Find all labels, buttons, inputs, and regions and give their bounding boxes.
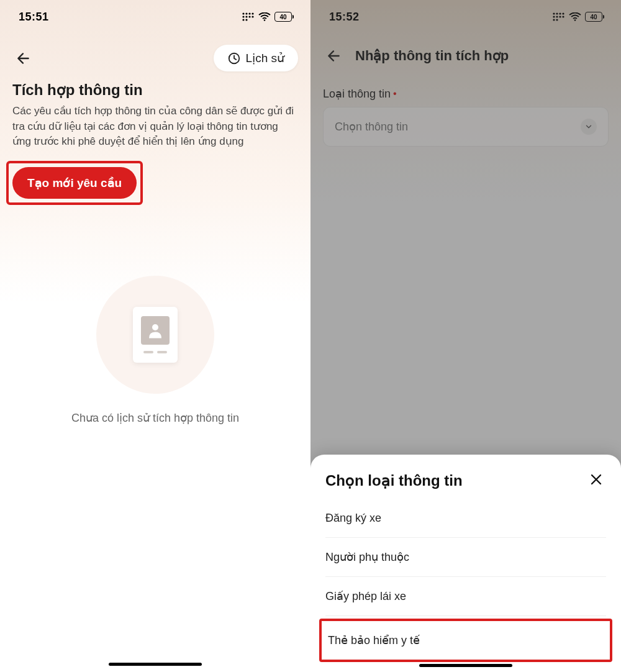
signal-icon [242,12,255,21]
person-icon [141,316,170,345]
page-title: Tích hợp thông tin [0,78,310,104]
bottom-sheet: Chọn loại thông tin Đăng ký xe Người phụ… [310,455,621,672]
history-button[interactable]: Lịch sử [214,45,298,71]
svg-point-2 [248,12,250,14]
svg-point-5 [245,16,247,17]
screen-2: 15:52 40 Nhập thông tin tích hợp Loại th… [310,0,621,672]
status-time: 15:51 [19,11,49,24]
screen-1: 15:51 40 Lịch sử Tích hợp thông tin Các … [0,0,310,672]
svg-point-3 [252,12,253,14]
svg-point-8 [242,19,244,20]
svg-point-9 [245,19,247,20]
arrow-left-icon [16,50,32,66]
svg-point-6 [248,16,250,17]
svg-point-4 [242,16,244,17]
svg-point-10 [264,19,266,21]
option-dependents[interactable]: Người phụ thuộc [325,538,606,577]
battery-level: 40 [279,14,286,20]
highlight-create-button: Tạo mới yêu cầu [6,161,143,205]
svg-point-7 [252,16,253,17]
status-icons: 40 [242,12,292,22]
option-health-insurance[interactable]: Thẻ bảo hiểm y tế [328,621,604,660]
close-icon [589,472,604,487]
empty-message: Chưa có lịch sử tích hợp thông tin [71,411,239,425]
empty-card-icon [133,307,178,363]
battery-icon: 40 [274,12,292,22]
wifi-icon [258,12,271,21]
create-request-button[interactable]: Tạo mới yêu cầu [12,167,137,199]
home-indicator[interactable] [419,664,512,667]
status-bar: 15:51 40 [0,0,310,34]
sheet-title: Chọn loại thông tin [325,472,463,489]
svg-point-12 [152,324,158,330]
highlight-health-insurance: Thẻ bảo hiểm y tế [319,619,612,662]
close-button[interactable] [586,470,606,492]
option-drivers-license[interactable]: Giấy phép lái xe [325,577,606,616]
empty-state: Chưa có lịch sử tích hợp thông tin [0,276,310,425]
history-label: Lịch sử [246,51,284,65]
empty-illustration [96,276,214,394]
back-button[interactable] [12,47,35,70]
nav-row: Lịch sử [0,34,310,78]
svg-point-1 [245,12,247,14]
svg-point-0 [242,12,244,14]
page-description: Các yêu cầu tích hợp thông tin của công … [0,104,310,158]
history-icon [227,52,241,65]
option-vehicle-registration[interactable]: Đăng ký xe [325,499,606,538]
home-indicator[interactable] [109,663,202,666]
